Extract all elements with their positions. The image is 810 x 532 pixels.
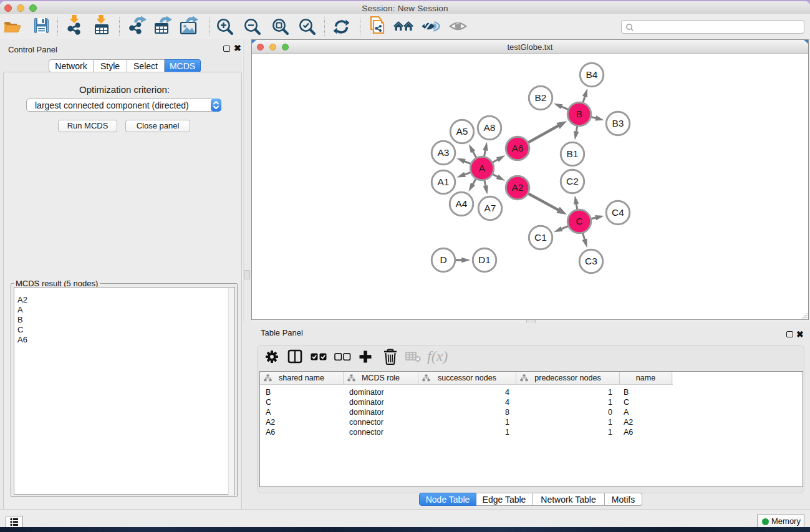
svg-text:D: D [440, 254, 446, 265]
svg-text:C3: C3 [585, 256, 597, 266]
svg-text:B3: B3 [612, 118, 624, 128]
svg-text:A: A [479, 163, 486, 173]
svg-text:A2: A2 [512, 182, 524, 193]
svg-text:A8: A8 [484, 122, 496, 133]
svg-text:C: C [576, 216, 582, 226]
svg-text:B4: B4 [586, 69, 598, 80]
svg-text:A4: A4 [456, 198, 468, 209]
svg-text:B1: B1 [567, 148, 579, 159]
svg-text:C4: C4 [612, 207, 624, 218]
svg-text:B: B [576, 109, 582, 119]
svg-text:A5: A5 [456, 126, 468, 137]
svg-text:A1: A1 [438, 177, 450, 187]
svg-text:C2: C2 [566, 176, 579, 186]
svg-text:A7: A7 [485, 203, 496, 213]
svg-text:A3: A3 [438, 147, 450, 158]
svg-text:C1: C1 [534, 232, 547, 243]
svg-text:D1: D1 [478, 254, 491, 265]
svg-text:B2: B2 [535, 92, 547, 103]
svg-text:A6: A6 [512, 143, 524, 153]
